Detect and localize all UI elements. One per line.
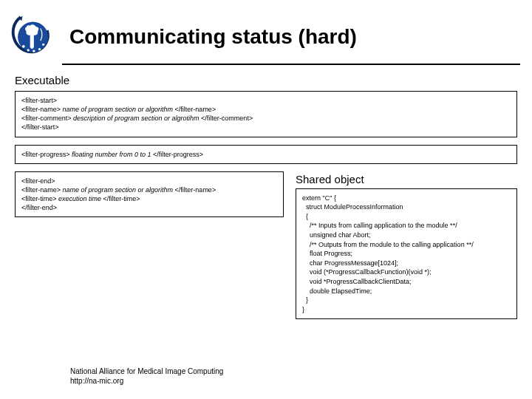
code-line: </filter-end> [21,204,57,211]
svg-point-3 [33,50,35,52]
code-line: </filter-progress> [151,151,204,158]
code-line: <filter-comment> [21,115,73,122]
code-placeholder: execution time [58,195,101,202]
executable-heading: Executable [15,74,517,86]
svg-point-1 [22,45,25,48]
code-line: </filter-start> [21,123,59,131]
code-line: <filter-start> [21,97,57,104]
namic-logo-icon [7,13,55,61]
slide-footer: National Alliance for Medical Image Comp… [70,366,223,386]
slide-body: Executable <filter-start> <filter-name> … [0,61,532,327]
svg-point-5 [42,44,44,46]
slide-header: Communicating status (hard) [0,0,532,61]
footer-url: http://na-mic.org [70,376,223,386]
code-line: <filter-time> [21,195,58,202]
shared-object-box: extern "C" { struct ModuleProcessInforma… [296,188,517,320]
code-line: <filter-name> [21,106,63,113]
code-placeholder: name of program section or algorithm [63,106,174,113]
code-line: </filter-comment> [200,115,253,122]
code-placeholder: name of program section or algorithm [63,186,174,194]
shared-object-heading: Shared object [296,173,517,185]
footer-org: National Alliance for Medical Image Comp… [70,366,223,376]
code-line: </filter-time> [101,195,140,202]
code-line: <filter-progress> [21,151,72,158]
code-line: </filter-name> [173,106,216,113]
filter-start-box: <filter-start> <filter-name> name of pro… [15,91,517,137]
title-underline [62,64,520,65]
svg-point-4 [38,48,41,50]
code-placeholder: description of program section or algrot… [73,115,200,122]
slide-title: Communicating status (hard) [69,25,357,49]
code-line: </filter-name> [173,186,216,194]
code-line: <filter-name> [21,186,63,194]
svg-point-2 [27,49,30,51]
filter-end-box: <filter-end> <filter-name> name of progr… [15,171,284,218]
shared-object-column: Shared object extern "C" { struct Module… [296,171,517,327]
bottom-row: <filter-end> <filter-name> name of progr… [15,171,517,327]
code-line: <filter-end> [21,177,55,185]
filter-progress-box: <filter-progress> floating number from 0… [15,145,517,164]
code-placeholder: floating number from 0 to 1 [72,151,151,158]
